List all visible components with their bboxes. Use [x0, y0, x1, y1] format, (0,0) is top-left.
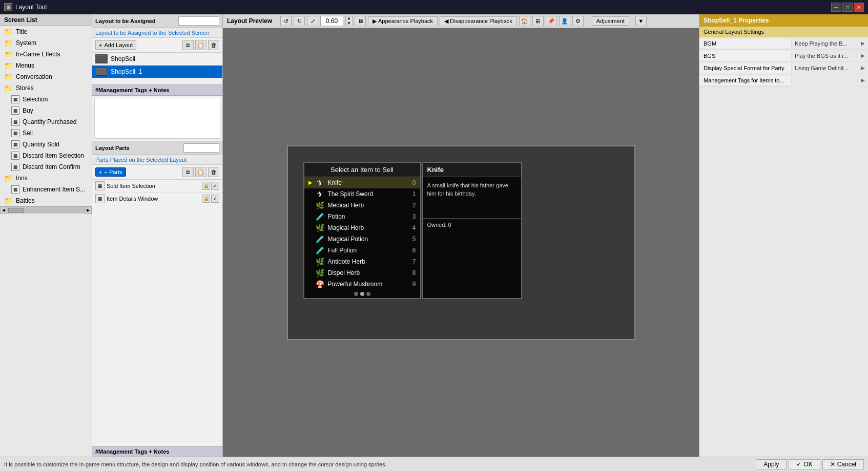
sidebar-item-conversation[interactable]: 📁 Conversation: [0, 71, 92, 82]
grid-button[interactable]: ⊞: [532, 16, 544, 26]
expand-button[interactable]: ▼: [635, 16, 647, 26]
item-icon: ▦: [11, 106, 19, 115]
copy-layout-button[interactable]: ⧉: [182, 40, 194, 50]
item-row[interactable]: 🌿 Dispel Herb 8: [304, 267, 420, 279]
maximize-button[interactable]: □: [842, 3, 853, 12]
item-row[interactable]: 🌿 Medical Herb 2: [304, 200, 420, 211]
layout-parts-title: Layout Parts: [95, 145, 130, 151]
settings-button[interactable]: ⚙: [572, 16, 584, 26]
redo-button[interactable]: ↻: [294, 16, 305, 26]
lock-icon[interactable]: 🔒: [202, 182, 210, 190]
screen-list-header: Screen List: [0, 14, 92, 26]
disappearance-playback-button[interactable]: ◀ Disappearance Playback: [440, 16, 517, 26]
cancel-button[interactable]: ✕ Cancel: [822, 459, 864, 469]
add-layout-button[interactable]: + Add Layout: [95, 40, 136, 50]
apply-button[interactable]: Apply: [756, 459, 787, 469]
layout-item-shopsell[interactable]: ShopSell: [92, 53, 222, 66]
app-title: Layout Tool: [15, 4, 47, 11]
sidebar-item-title[interactable]: 📁 Title: [0, 26, 92, 37]
adjustment-button[interactable]: Adjustment: [592, 16, 629, 26]
lock-icon[interactable]: 🔒: [202, 195, 210, 203]
page-dot: [366, 292, 370, 296]
sidebar-item-sell[interactable]: ▦ Sell: [0, 127, 92, 139]
item-row[interactable]: ▶ 🗡 Knife 0: [304, 177, 420, 188]
item-name: Medical Herb: [328, 202, 403, 209]
sidebar-item-quantity-purchased[interactable]: ▦ Quantity Purchased: [0, 116, 92, 127]
paste-parts-button[interactable]: 📋: [195, 167, 206, 177]
mgmt-tags-top-area[interactable]: [94, 98, 220, 139]
item-row[interactable]: 🍄 Powerful Mushroom 9: [304, 279, 420, 290]
prop-value[interactable]: Using Game Definit... ▶: [792, 63, 868, 73]
layout-parts-subtitle: Parts Placed on the Selected Layout: [92, 155, 222, 165]
check-icon[interactable]: ✓: [211, 195, 219, 203]
copy-parts-button[interactable]: ⧉: [182, 167, 194, 177]
sidebar-item-label: System: [16, 39, 36, 47]
title-bar-controls: ─ □ ✕: [831, 3, 864, 12]
snap-button[interactable]: 📌: [546, 16, 557, 26]
sidebar-item-in-game-effects[interactable]: 📁 In-Game Effects: [0, 49, 92, 60]
sidebar-item-buy[interactable]: ▦ Buy: [0, 105, 92, 116]
check-icon[interactable]: ✓: [211, 182, 219, 190]
scroll-right-button[interactable]: ▶: [85, 207, 92, 214]
zoom-stepper[interactable]: ▲▼: [345, 16, 353, 26]
sidebar-item-label: Title: [16, 28, 27, 35]
sidebar-item-stores[interactable]: 📁 Stores: [0, 82, 92, 94]
item-detail-panel: Knife A small knife that his father gave…: [422, 162, 522, 299]
fit-button[interactable]: ⤢: [307, 16, 318, 26]
user-button[interactable]: 👤: [559, 16, 570, 26]
item-name: Full Potion: [328, 247, 403, 254]
parts-item-icon: ▦: [95, 181, 105, 190]
sidebar-item-discard-selection[interactable]: ▦ Discard Item Selection: [0, 150, 92, 161]
zoom-input[interactable]: 0.60: [320, 16, 343, 26]
delete-layout-button[interactable]: 🗑: [208, 40, 219, 50]
prop-value[interactable]: Keep Playing the B... ▶: [792, 39, 868, 48]
parts-item-item-details-window[interactable]: ▦ Item Details Window 🔒 ✓: [92, 192, 222, 205]
prop-value[interactable]: ▶: [792, 76, 868, 84]
ok-button[interactable]: ✓ OK: [789, 459, 820, 469]
layout-item-shopsell-1[interactable]: ShopSell_1: [92, 66, 222, 78]
appearance-playback-button[interactable]: ▶ Appearance Playback: [368, 16, 438, 26]
item-num: 3: [406, 213, 416, 220]
back-icon: ◀: [444, 18, 448, 25]
screen-list-panel: Screen List 📁 Title 📁 System 📁 In-Game E…: [0, 14, 92, 457]
parts-item-actions: 🔒 ✓: [202, 182, 219, 190]
scroll-left-button[interactable]: ◀: [0, 207, 7, 214]
item-row[interactable]: 🧪 Full Potion 6: [304, 245, 420, 256]
sidebar-item-selection[interactable]: ▦ Selection: [0, 94, 92, 105]
undo-button[interactable]: ↺: [280, 16, 292, 26]
scroll-thumb[interactable]: [8, 208, 24, 213]
close-button[interactable]: ✕: [854, 3, 864, 12]
home-button[interactable]: 🏠: [519, 16, 530, 26]
paste-layout-button[interactable]: 📋: [195, 40, 206, 50]
layout-parts-search-input[interactable]: [183, 143, 219, 153]
parts-item-sold-item-selection[interactable]: ▦ Sold Item Selection 🔒 ✓: [92, 180, 222, 192]
delete-parts-button[interactable]: 🗑: [208, 167, 219, 177]
prop-label: Display Special Format for Party: [699, 63, 792, 73]
sidebar-item-quantity-sold[interactable]: ▦ Quantity Sold: [0, 139, 92, 150]
item-row[interactable]: 🌿 Antidote Herb 7: [304, 256, 420, 267]
item-row[interactable]: 🧪 Potion 3: [304, 211, 420, 222]
svg-rect-1: [97, 56, 106, 62]
apply-label: Apply: [763, 461, 779, 468]
sidebar-item-enhancement[interactable]: ▦ Enhancement Item S...: [0, 184, 92, 195]
screen-button[interactable]: 🖥: [355, 16, 366, 26]
item-list-panel: Select an Item to Sell ▶ 🗡 Knife 0 🗡 The…: [303, 162, 421, 299]
minimize-button[interactable]: ─: [831, 3, 841, 12]
prop-value-text: Keep Playing the B...: [795, 40, 848, 47]
item-row[interactable]: 🧪 Magical Potion 5: [304, 233, 420, 245]
add-parts-button[interactable]: + + Parts: [95, 167, 126, 177]
prop-value[interactable]: Play the BGS as it i... ▶: [792, 51, 868, 60]
layout-assign-search-input[interactable]: [178, 16, 219, 26]
sidebar-item-inns[interactable]: 📁 Inns: [0, 173, 92, 184]
sidebar-item-discard-confirm[interactable]: ▦ Discard Item Confirm: [0, 161, 92, 173]
sidebar-item-menus[interactable]: 📁 Menus: [0, 60, 92, 71]
folder-icon: 📁: [4, 39, 13, 47]
sidebar-item-battles[interactable]: 📁 Battles: [0, 195, 92, 206]
item-row[interactable]: 🗡 The Spirit Sword 1: [304, 188, 420, 200]
sidebar-item-system[interactable]: 📁 System: [0, 37, 92, 49]
item-icon: ▦: [11, 185, 19, 194]
item-icon: ▦: [11, 118, 19, 126]
layout-item-label: ShopSell_1: [111, 68, 142, 75]
item-row[interactable]: 🌿 Magical Herb 4: [304, 222, 420, 233]
prop-arrow-icon: ▶: [861, 65, 865, 71]
